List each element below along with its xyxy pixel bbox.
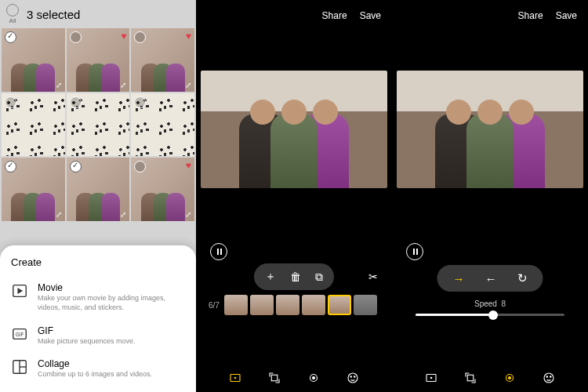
- tab-direction[interactable]: [306, 370, 321, 386]
- tab-emoji[interactable]: [345, 370, 361, 386]
- direction-editor-panel: Share Save → ← ↻ Speed 8: [392, 0, 588, 392]
- photo-thumbnail[interactable]: ♥⤢: [131, 158, 194, 221]
- heart-icon: ♥: [186, 31, 191, 42]
- frame-thumb[interactable]: [302, 295, 325, 315]
- all-label: All: [9, 17, 16, 24]
- heart-icon: ♥: [186, 160, 191, 171]
- check-icon: [5, 31, 16, 43]
- option-desc: Make your own movie by adding images, vi…: [38, 294, 185, 312]
- selection-count: 3 selected: [27, 8, 80, 21]
- frame-strip[interactable]: [224, 295, 377, 315]
- tab-aspect[interactable]: [227, 370, 243, 386]
- add-frame-button[interactable]: ＋: [265, 270, 276, 284]
- gif-icon: GIF: [11, 325, 28, 343]
- sheet-title: Create: [11, 256, 185, 268]
- tab-transform[interactable]: [267, 370, 282, 386]
- photo-thumbnail[interactable]: ⤢: [2, 28, 65, 92]
- circle-icon: [6, 4, 19, 16]
- crop-button[interactable]: ✂: [368, 270, 378, 283]
- slider-fill: [416, 314, 493, 316]
- circle-icon: [134, 96, 146, 108]
- svg-point-12: [350, 376, 352, 378]
- direction-reverse-button[interactable]: ←: [485, 272, 497, 285]
- photo-grid: ⤢ ♥⤢ ♥⤢ ⤢ ⤢ ⤢ ⤢ ⤢ ♥⤢: [0, 28, 196, 221]
- share-button[interactable]: Share: [322, 10, 347, 21]
- heart-icon: ♥: [121, 31, 126, 42]
- option-name: Collage: [38, 358, 185, 369]
- svg-rect-8: [271, 375, 278, 381]
- frame-thumb[interactable]: [276, 295, 299, 315]
- option-desc: Combine up to 6 images and videos.: [38, 370, 185, 379]
- slider-knob[interactable]: [488, 310, 498, 320]
- tab-emoji[interactable]: [541, 370, 557, 386]
- option-name: Movie: [38, 282, 185, 293]
- expand-icon: ⤢: [56, 210, 62, 219]
- expand-icon: ⤢: [56, 81, 62, 89]
- frame-thumb[interactable]: [224, 295, 248, 315]
- frame-counter: 6/7: [209, 301, 220, 310]
- svg-point-11: [348, 373, 358, 383]
- direction-controls: → ← ↻: [437, 265, 543, 292]
- pause-button[interactable]: [406, 243, 423, 260]
- expand-icon: ⤢: [120, 145, 126, 154]
- photo-thumbnail[interactable]: ⤢: [2, 158, 65, 221]
- save-button[interactable]: Save: [360, 10, 381, 21]
- svg-point-13: [354, 376, 356, 378]
- tab-transform[interactable]: [463, 370, 478, 386]
- photo-thumbnail[interactable]: ⤢: [131, 93, 194, 157]
- editor-tabs: [392, 370, 588, 386]
- tab-direction[interactable]: [502, 370, 517, 386]
- share-button[interactable]: Share: [518, 10, 543, 21]
- gallery-panel: All 3 selected ⤢ ♥⤢ ♥⤢ ⤢ ⤢ ⤢ ⤢ ⤢ ♥⤢ Crea…: [0, 0, 196, 392]
- photo-thumbnail[interactable]: ⤢: [2, 93, 65, 157]
- circle-icon: [70, 96, 82, 108]
- movie-icon: [11, 282, 28, 299]
- svg-text:GIF: GIF: [16, 331, 24, 336]
- movie-editor-panel: Share Save ＋ 🗑 ⧉ ✂ 6/7: [196, 0, 392, 392]
- frame-thumb[interactable]: [354, 295, 377, 315]
- preview-canvas[interactable]: [201, 71, 387, 188]
- select-all-toggle[interactable]: All: [6, 4, 19, 24]
- collage-icon: [11, 358, 28, 376]
- editor-toolbar: Share Save: [392, 0, 588, 31]
- svg-point-21: [550, 376, 552, 378]
- photo-thumbnail[interactable]: ♥⤢: [131, 28, 194, 92]
- frame-tools: ＋ 🗑 ⧉: [254, 263, 334, 290]
- create-gif-option[interactable]: GIF GIFMake picture sequences move.: [11, 319, 185, 353]
- photo-thumbnail[interactable]: ⤢: [67, 158, 130, 221]
- speed-label: Speed 8: [474, 299, 506, 308]
- expand-icon: ⤢: [185, 145, 191, 154]
- expand-icon: ⤢: [120, 210, 126, 219]
- expand-icon: ⤢: [120, 81, 126, 89]
- frame-thumb[interactable]: [250, 295, 274, 315]
- speed-slider[interactable]: [416, 314, 564, 316]
- expand-icon: ⤢: [56, 145, 62, 154]
- delete-frame-button[interactable]: 🗑: [290, 270, 301, 283]
- pause-button[interactable]: [210, 243, 227, 260]
- svg-rect-16: [467, 375, 474, 381]
- svg-point-20: [546, 376, 548, 378]
- circle-icon: [5, 96, 16, 108]
- svg-point-18: [509, 377, 511, 379]
- duplicate-frame-button[interactable]: ⧉: [315, 270, 323, 284]
- svg-point-19: [544, 373, 554, 383]
- photo-thumbnail[interactable]: ♥⤢: [67, 28, 130, 92]
- tab-aspect[interactable]: [423, 370, 439, 386]
- option-name: GIF: [38, 325, 185, 336]
- frame-thumb[interactable]: [328, 295, 351, 315]
- gallery-header: All 3 selected: [0, 0, 196, 28]
- create-sheet: Create MovieMake your own movie by addin…: [0, 245, 196, 392]
- direction-forward-button[interactable]: →: [453, 272, 465, 285]
- editor-toolbar: Share Save: [196, 0, 392, 31]
- editor-tabs: [196, 370, 392, 386]
- check-icon: [70, 161, 82, 172]
- svg-point-10: [313, 377, 315, 379]
- expand-icon: ⤢: [185, 81, 191, 89]
- svg-point-15: [430, 377, 432, 379]
- direction-loop-button[interactable]: ↻: [517, 271, 528, 285]
- photo-thumbnail[interactable]: ⤢: [67, 93, 130, 157]
- create-collage-option[interactable]: CollageCombine up to 6 images and videos…: [11, 352, 185, 386]
- preview-canvas[interactable]: [397, 71, 583, 188]
- create-movie-option[interactable]: MovieMake your own movie by adding image…: [11, 276, 185, 318]
- save-button[interactable]: Save: [556, 10, 577, 21]
